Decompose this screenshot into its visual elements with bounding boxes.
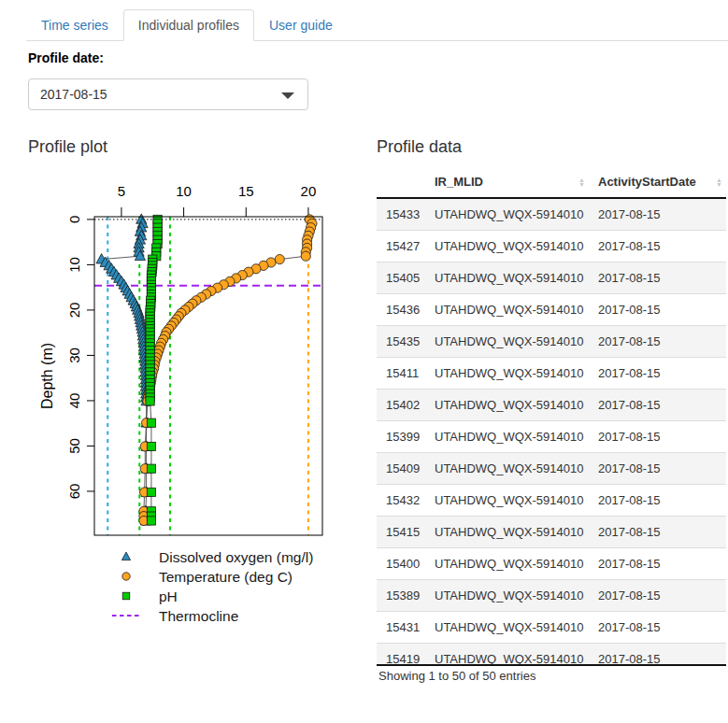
column-header-row-number	[377, 166, 425, 198]
mlid-cell: UTAHDWQ_WQX-5914010	[425, 644, 589, 667]
table-row[interactable]: 15411UTAHDWQ_WQX-59140102017-08-15	[377, 358, 726, 390]
row-id-cell: 15433	[377, 198, 425, 231]
marker-square	[147, 442, 155, 450]
row-id-cell: 15409	[377, 453, 425, 485]
y-tick-label: 20	[66, 303, 82, 319]
y-tick-label: 40	[66, 393, 82, 409]
table-row[interactable]: 15405UTAHDWQ_WQX-59140102017-08-15	[377, 262, 726, 294]
chevron-down-icon	[281, 92, 294, 99]
table-info: Showing 1 to 50 of 50 entries	[378, 669, 535, 683]
table-row[interactable]: 15431UTAHDWQ_WQX-59140102017-08-15	[377, 612, 726, 644]
table-row[interactable]: 15427UTAHDWQ_WQX-59140102017-08-15	[377, 231, 726, 262]
tab-link-time-series[interactable]: Time series	[26, 9, 123, 41]
marker-circle	[122, 573, 130, 580]
table-row[interactable]: 15400UTAHDWQ_WQX-59140102017-08-15	[377, 548, 726, 580]
profile-date-select[interactable]: 2017-08-15	[28, 78, 308, 110]
row-id-cell: 15432	[377, 485, 425, 517]
mlid-cell: UTAHDWQ_WQX-5914010	[425, 294, 589, 326]
profile-data-table: IR_MLID▲▼ActivityStartDate▲▼ 15433UTAHDW…	[377, 166, 728, 667]
tab-individual-profiles: Individual profiles	[123, 9, 254, 41]
table-row[interactable]: 15435UTAHDWQ_WQX-59140102017-08-15	[377, 326, 726, 358]
profile-plot-svg: 51015200102030405060Depth (m)Dissolved o…	[28, 168, 357, 646]
row-id-cell: 15419	[377, 644, 425, 667]
marker-square	[147, 517, 155, 525]
y-axis-title: Depth (m)	[39, 343, 55, 409]
mlid-cell: UTAHDWQ_WQX-5914010	[425, 358, 589, 390]
mlid-cell: UTAHDWQ_WQX-5914010	[425, 231, 589, 262]
date-cell: 2017-08-15	[589, 294, 726, 326]
tab-time-series: Time series	[26, 9, 123, 41]
sort-icon: ▲▼	[716, 177, 722, 187]
row-id-cell: 15436	[377, 294, 425, 326]
tab-link-user-guide[interactable]: User guide	[254, 9, 348, 41]
marker-circle	[301, 251, 310, 261]
y-tick-label: 30	[66, 347, 82, 363]
x-tick-label: 20	[301, 183, 317, 199]
legend-label-temperature-deg-c: Temperature (deg C)	[159, 569, 293, 585]
date-cell: 2017-08-15	[589, 644, 726, 667]
plot-section-title: Profile plot	[28, 137, 107, 157]
mlid-cell: UTAHDWQ_WQX-5914010	[425, 485, 589, 517]
row-id-cell: 15435	[377, 326, 425, 358]
row-id-cell: 15431	[377, 612, 425, 644]
date-cell: 2017-08-15	[589, 326, 726, 358]
column-label: ActivityStartDate	[598, 175, 696, 189]
marker-circle	[275, 254, 284, 263]
date-cell: 2017-08-15	[589, 421, 726, 453]
table-row[interactable]: 15402UTAHDWQ_WQX-59140102017-08-15	[377, 390, 726, 421]
mlid-cell: UTAHDWQ_WQX-5914010	[425, 612, 589, 644]
date-cell: 2017-08-15	[589, 262, 726, 294]
table-row[interactable]: 15432UTAHDWQ_WQX-59140102017-08-15	[377, 485, 726, 517]
date-cell: 2017-08-15	[589, 358, 726, 390]
mlid-cell: UTAHDWQ_WQX-5914010	[425, 517, 589, 548]
row-id-cell: 15411	[377, 358, 425, 390]
column-header-ir-mlid[interactable]: IR_MLID▲▼	[425, 166, 589, 198]
tab-link-individual-profiles[interactable]: Individual profiles	[123, 9, 254, 41]
row-id-cell: 15405	[377, 262, 425, 294]
row-id-cell: 15402	[377, 390, 425, 421]
marker-triangle	[121, 552, 130, 560]
table-row[interactable]: 15409UTAHDWQ_WQX-59140102017-08-15	[377, 453, 726, 485]
legend-label-thermocline: Thermocline	[159, 608, 238, 624]
mlid-cell: UTAHDWQ_WQX-5914010	[425, 580, 589, 612]
mlid-cell: UTAHDWQ_WQX-5914010	[425, 548, 589, 580]
marker-square	[147, 488, 155, 496]
table-row[interactable]: 15389UTAHDWQ_WQX-59140102017-08-15	[377, 580, 726, 612]
marker-square	[122, 592, 130, 600]
row-id-cell: 15389	[377, 580, 425, 612]
y-tick-label: 10	[66, 257, 82, 273]
mlid-cell: UTAHDWQ_WQX-5914010	[425, 421, 589, 453]
x-tick-label: 5	[118, 183, 125, 199]
tab-bar: Time seriesIndividual profilesUser guide	[26, 9, 728, 41]
table-row[interactable]: 15399UTAHDWQ_WQX-59140102017-08-15	[377, 421, 726, 453]
date-cell: 2017-08-15	[589, 198, 726, 231]
mlid-cell: UTAHDWQ_WQX-5914010	[425, 453, 589, 485]
row-id-cell: 15427	[377, 231, 425, 262]
table-row[interactable]: 15436UTAHDWQ_WQX-59140102017-08-15	[377, 294, 726, 326]
x-tick-label: 15	[238, 183, 254, 199]
date-cell: 2017-08-15	[589, 485, 726, 517]
x-tick-label: 10	[176, 183, 192, 199]
column-header-activitystartdate[interactable]: ActivityStartDate▲▼	[589, 166, 726, 198]
table-row[interactable]: 15415UTAHDWQ_WQX-59140102017-08-15	[377, 517, 726, 548]
date-cell: 2017-08-15	[589, 453, 726, 485]
marker-square	[146, 397, 154, 405]
profile-plot: 51015200102030405060Depth (m)Dissolved o…	[28, 168, 357, 646]
tab-user-guide: User guide	[254, 9, 348, 41]
y-tick-label: 0	[66, 216, 82, 223]
table-row[interactable]: 15419UTAHDWQ_WQX-59140102017-08-15	[377, 644, 726, 667]
column-label: IR_MLID	[435, 175, 483, 189]
date-cell: 2017-08-15	[589, 390, 726, 421]
table-section-title: Profile data	[377, 137, 462, 157]
y-tick-label: 50	[66, 438, 82, 454]
row-id-cell: 15400	[377, 548, 425, 580]
mlid-cell: UTAHDWQ_WQX-5914010	[425, 198, 589, 231]
date-cell: 2017-08-15	[589, 517, 726, 548]
plot-box	[94, 217, 322, 535]
row-id-cell: 15415	[377, 517, 425, 548]
table-row[interactable]: 15433UTAHDWQ_WQX-59140102017-08-15	[377, 198, 726, 231]
mlid-cell: UTAHDWQ_WQX-5914010	[425, 326, 589, 358]
mlid-cell: UTAHDWQ_WQX-5914010	[425, 390, 589, 421]
date-cell: 2017-08-15	[589, 231, 726, 262]
profile-date-label: Profile date:	[28, 50, 104, 65]
